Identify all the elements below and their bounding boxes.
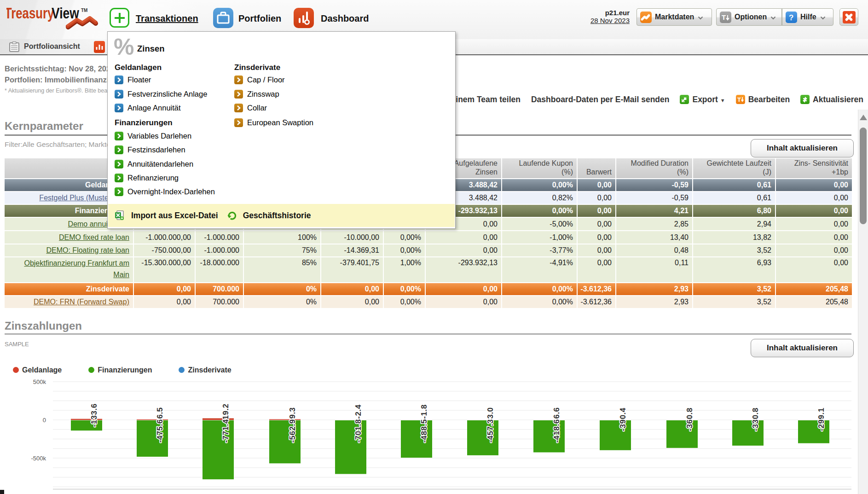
svg-text:-390.4: -390.4 <box>619 407 627 431</box>
svg-text:-360.8: -360.8 <box>685 407 694 431</box>
svg-text:-701.8: -701.8 <box>354 419 363 442</box>
svg-text:6.6: 6.6 <box>552 407 561 418</box>
svg-text:-330.8: -330.8 <box>751 407 760 431</box>
svg-text:-418.6: -418.6 <box>552 419 561 442</box>
svg-text:-2.4: -2.4 <box>354 404 363 418</box>
svg-text:-488.5: -488.5 <box>420 419 428 442</box>
svg-text:9.3: 9.3 <box>288 407 297 418</box>
svg-text:19.2: 19.2 <box>221 403 230 419</box>
svg-text:-500k: -500k <box>31 455 46 462</box>
svg-text:500k: 500k <box>33 378 46 385</box>
svg-text:T: T <box>722 13 726 21</box>
svg-text:-457.3: -457.3 <box>486 419 495 442</box>
svg-text:T: T <box>737 96 741 103</box>
svg-text:-1.8: -1.8 <box>420 404 428 418</box>
svg-text:-771.4: -771.4 <box>221 419 230 442</box>
svg-text:?: ? <box>789 13 793 22</box>
svg-text:-299.1: -299.1 <box>817 407 826 431</box>
svg-text:6.5: 6.5 <box>156 407 164 418</box>
svg-text:-475.6: -475.6 <box>156 419 164 442</box>
svg-text:-133.6: -133.6 <box>90 403 98 427</box>
svg-text:TM: TM <box>81 8 87 13</box>
svg-text:0: 0 <box>43 417 46 424</box>
svg-text:Treasury: Treasury <box>6 6 54 22</box>
svg-text:3.0: 3.0 <box>486 407 495 418</box>
svg-text:-562.9: -562.9 <box>288 419 297 442</box>
